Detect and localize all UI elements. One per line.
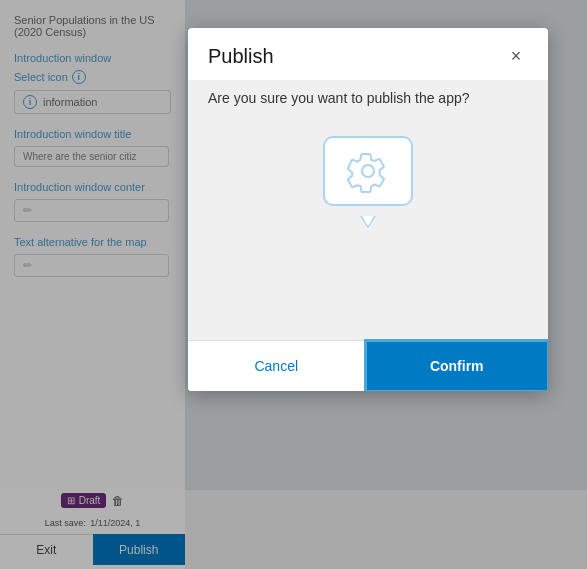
modal-footer: Cancel Confirm — [188, 340, 548, 391]
speech-bubble-box — [323, 136, 413, 206]
modal-question: Are you sure you want to publish the app… — [208, 90, 470, 106]
speech-bubble — [323, 136, 413, 216]
gear-icon — [346, 149, 390, 193]
modal-close-button[interactable]: × — [504, 44, 528, 68]
speech-bubble-tail-inner — [362, 216, 374, 226]
modal-body: Are you sure you want to publish the app… — [188, 80, 548, 340]
confirm-button[interactable]: Confirm — [366, 341, 549, 391]
publish-modal: Publish × Are you sure you want to publi… — [188, 28, 548, 391]
cancel-button[interactable]: Cancel — [188, 341, 366, 391]
modal-title: Publish — [208, 45, 274, 68]
gear-illustration — [323, 136, 413, 216]
modal-header: Publish × — [188, 28, 548, 80]
